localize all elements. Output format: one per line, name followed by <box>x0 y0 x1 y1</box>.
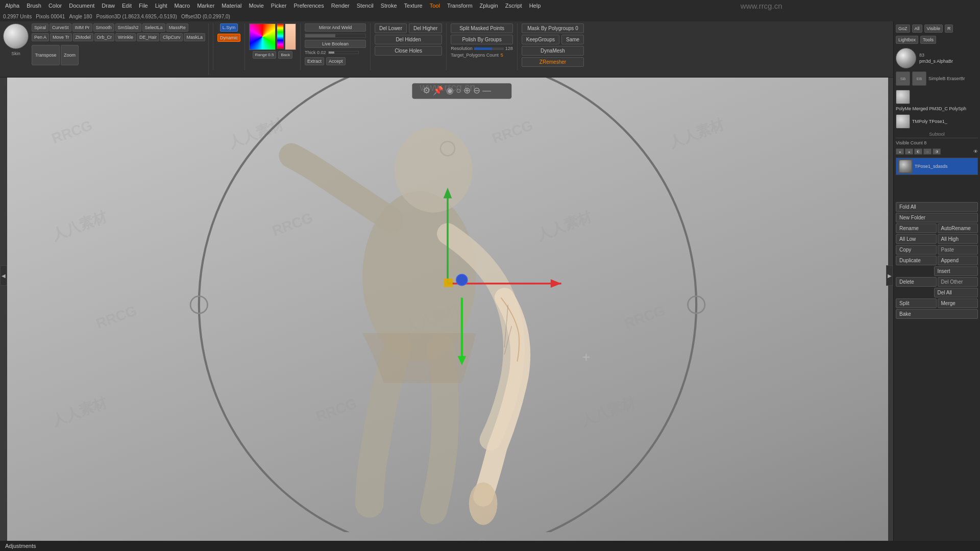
keep-groups-btn[interactable]: KeepGroups <box>522 35 559 44</box>
dynomesh-btn[interactable]: DynaMesh <box>522 46 584 56</box>
vis-toggle-3[interactable]: ◐ <box>914 148 922 155</box>
simpleb-btn[interactable]: SB <box>896 71 910 86</box>
zoom-btn[interactable]: Zoom <box>61 45 79 65</box>
brush-massre[interactable]: MassRe <box>166 23 188 32</box>
vis-toggle-1[interactable]: ● <box>896 148 904 155</box>
right-panel-toggle[interactable]: ▶ <box>886 265 893 286</box>
menu-draw[interactable]: Draw <box>99 2 118 10</box>
extract-btn[interactable]: Extract <box>305 57 324 65</box>
mask-polygroups-btn[interactable]: Mask By Polygroups 0 <box>522 23 584 33</box>
live-boolean-btn[interactable]: Live Boolean <box>305 40 366 48</box>
menu-material[interactable]: Material <box>218 2 244 10</box>
menu-help[interactable]: Help <box>526 2 544 10</box>
menu-stroke[interactable]: Stroke <box>378 2 400 10</box>
bake-btn[interactable]: Bake <box>896 309 978 319</box>
menu-movie[interactable]: Movie <box>246 2 266 10</box>
range-btn[interactable]: Range 0.5 <box>253 51 277 59</box>
polish-groups-btn[interactable]: Polish By Groups <box>451 35 513 44</box>
all-high-btn[interactable]: All High <box>938 234 978 244</box>
close-holes-btn[interactable]: Close Holes <box>375 46 442 56</box>
menu-zplugin[interactable]: Zplugin <box>477 2 501 10</box>
main-viewport[interactable]: www.rrcg.cn RRCG 人人素材 RRCG 人人素材 人八素材 RRC… <box>7 78 888 541</box>
dynamic-btn[interactable]: Dynamic <box>217 34 240 42</box>
menu-texture[interactable]: Texture <box>401 2 426 10</box>
brush-thumbnail[interactable] <box>3 23 29 49</box>
rename-btn[interactable]: Rename <box>896 223 937 233</box>
accept-btn[interactable]: Accept <box>326 57 346 65</box>
del-hidden-btn[interactable]: Del Hidden <box>375 35 442 44</box>
lsym-btn[interactable]: L.Sym <box>220 23 238 32</box>
menu-picker[interactable]: Picker <box>268 2 290 10</box>
split-btn[interactable]: Split <box>896 298 937 308</box>
menu-tool[interactable]: Tool <box>427 2 443 10</box>
transpose-btn[interactable]: Transpose <box>32 45 60 65</box>
visible-btn[interactable]: Visible <box>924 24 943 33</box>
eraserbr-btn[interactable]: EB <box>912 71 926 86</box>
brush-curvest[interactable]: CurveSt <box>50 23 71 32</box>
del-all-btn[interactable]: Del All <box>934 288 978 297</box>
subtool-item-tpose1[interactable]: TPose1_sdasds <box>896 158 978 175</box>
brush-wrinkle[interactable]: Wrinkle <box>115 33 136 41</box>
same-btn[interactable]: Same <box>561 35 584 44</box>
eye-icon[interactable]: 👁 <box>973 149 978 154</box>
brush-orbcr[interactable]: Orb_Cr <box>94 33 115 41</box>
menu-zscript[interactable]: Zscript <box>502 2 525 10</box>
zremesher-btn[interactable]: ZRemesher <box>522 57 584 67</box>
menu-alpha[interactable]: Alpha <box>2 2 22 10</box>
color-hue-strip[interactable] <box>277 23 284 49</box>
brush-pena[interactable]: Pen A <box>32 33 49 41</box>
duplicate-btn[interactable]: Duplicate <box>896 256 937 265</box>
new-folder-btn[interactable]: New Folder <box>896 213 978 222</box>
del-higher-btn[interactable]: Del Higher <box>409 23 442 33</box>
brush-clipcurv[interactable]: ClipCurv <box>160 33 183 41</box>
append-btn[interactable]: Append <box>938 256 978 265</box>
mirror-slider[interactable] <box>305 34 366 38</box>
vis-toggle-5[interactable]: ◑ <box>933 148 941 155</box>
menu-marker[interactable]: Marker <box>194 2 217 10</box>
menu-preferences[interactable]: Preferences <box>290 2 327 10</box>
menu-brush[interactable]: Brush <box>23 2 44 10</box>
vis-toggle-4[interactable]: ○ <box>923 148 932 155</box>
lightbox-btn[interactable]: Lightbox <box>896 36 918 44</box>
menu-stencil[interactable]: Stencil <box>354 2 377 10</box>
resolution-slider[interactable] <box>474 47 504 51</box>
fold-all-btn[interactable]: Fold All <box>896 202 978 212</box>
paste-btn[interactable]: Paste <box>938 245 978 255</box>
brush-movetr[interactable]: Move Tr <box>50 33 72 41</box>
back-btn[interactable]: Back <box>278 51 292 59</box>
brush-spiral[interactable]: Spiral <box>32 23 48 32</box>
delete-btn[interactable]: Delete <box>896 277 937 287</box>
menu-color[interactable]: Color <box>45 2 65 10</box>
goz-btn[interactable]: GoZ <box>896 24 910 33</box>
all-btn[interactable]: All <box>912 24 922 33</box>
merge-btn[interactable]: Merge <box>938 298 978 308</box>
color-gradient-picker[interactable] <box>249 23 276 50</box>
tools-btn[interactable]: Tools <box>920 36 936 44</box>
copy-btn[interactable]: Copy <box>896 245 937 255</box>
brush-dehair[interactable]: DE_Hair <box>137 33 159 41</box>
brush-smooth2[interactable]: SmSlash2 <box>115 23 141 32</box>
insert-btn[interactable]: Insert <box>934 266 978 276</box>
brush-maskla[interactable]: MaskLa <box>184 33 205 41</box>
split-masked-btn[interactable]: Split Masked Points <box>451 23 513 33</box>
brush-selectla[interactable]: SelectLa <box>142 23 165 32</box>
menu-render[interactable]: Render <box>328 2 353 10</box>
r-btn[interactable]: R <box>945 24 953 33</box>
vis-toggle-2[interactable]: ● <box>905 148 913 155</box>
autorename-btn[interactable]: AutoRename <box>938 223 978 233</box>
menu-transform[interactable]: Transform <box>444 2 476 10</box>
del-other-btn[interactable]: Del Other <box>938 277 978 287</box>
menu-macro[interactable]: Macro <box>172 2 193 10</box>
brush-zmodel[interactable]: ZModel <box>73 33 93 41</box>
thick-slider[interactable] <box>328 51 359 54</box>
menu-document[interactable]: Document <box>66 2 97 10</box>
mirror-weld-btn[interactable]: Mirror And Weld <box>305 23 366 32</box>
menu-file[interactable]: File <box>136 2 151 10</box>
brush-imm[interactable]: IMM Pr <box>72 23 92 32</box>
menu-light[interactable]: Light <box>152 2 170 10</box>
del-lower-btn[interactable]: Del Lower <box>375 23 407 33</box>
all-low-btn[interactable]: All Low <box>896 234 937 244</box>
brush-smooth[interactable]: Smooth <box>93 23 114 32</box>
menu-edit[interactable]: Edit <box>119 2 135 10</box>
left-panel-toggle[interactable]: ◀ <box>0 265 7 286</box>
